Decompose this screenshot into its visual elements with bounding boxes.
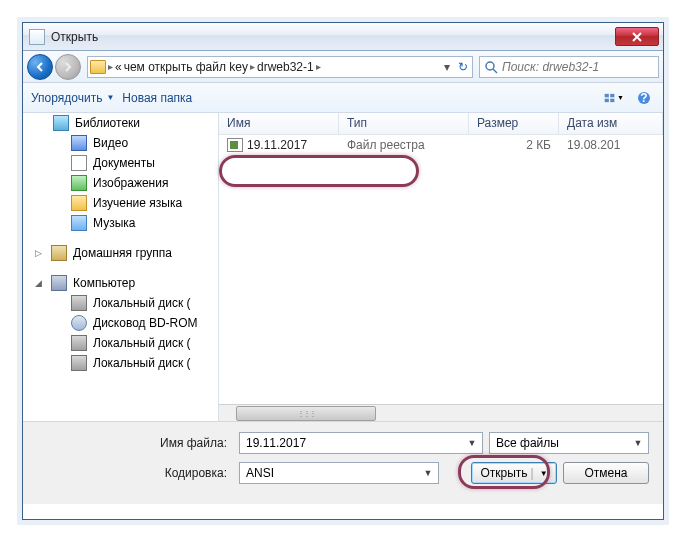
open-button[interactable]: Открыть | ▼ <box>471 462 557 484</box>
chevron-down-icon: ▼ <box>420 468 436 478</box>
sidebar: Библиотеки Видео Документы Изображения И… <box>23 113 219 421</box>
arrow-right-icon <box>62 61 74 73</box>
svg-rect-2 <box>610 93 614 96</box>
view-options-button[interactable]: ▼ <box>603 88 625 108</box>
refresh-icon[interactable]: ↻ <box>456 60 470 74</box>
filter-combo[interactable]: Все файлы ▼ <box>489 432 649 454</box>
chevron-right-icon: ▸ <box>250 61 255 72</box>
filename-value: 19.11.2017 <box>246 436 464 450</box>
list-header: Имя Тип Размер Дата изм <box>219 113 663 135</box>
new-folder-button[interactable]: Новая папка <box>122 91 192 105</box>
toolbar: Упорядочить ▼ Новая папка ▼ ? <box>23 83 663 113</box>
sidebar-item-documents[interactable]: Документы <box>23 153 218 173</box>
window-title: Открыть <box>51 30 615 44</box>
bottom-panel: Имя файла: 19.11.2017 ▼ Все файлы ▼ Коди… <box>23 421 663 504</box>
encoding-combo[interactable]: ANSI ▼ <box>239 462 439 484</box>
sidebar-item-homegroup[interactable]: ▷Домашняя группа <box>23 243 218 263</box>
chevron-right-icon: ▸ <box>108 61 113 72</box>
col-size[interactable]: Размер <box>469 113 559 134</box>
document-icon <box>71 155 87 171</box>
sidebar-item-drive-1[interactable]: Дисковод BD-ROM <box>23 313 218 333</box>
homegroup-icon <box>51 245 67 261</box>
sidebar-item-drive-3[interactable]: Локальный диск ( <box>23 353 218 373</box>
nav-forward-button[interactable] <box>55 54 81 80</box>
folder-icon <box>71 195 87 211</box>
collapse-icon: ◢ <box>35 278 45 288</box>
sidebar-item-drive-2[interactable]: Локальный диск ( <box>23 333 218 353</box>
folder-icon <box>90 60 106 74</box>
scrollbar-thumb[interactable] <box>236 406 376 421</box>
view-icon <box>604 91 615 105</box>
reg-file-icon <box>227 138 243 152</box>
chevron-down-icon: ▼ <box>540 469 548 478</box>
file-list: Имя Тип Размер Дата изм 19.11.2017 Файл … <box>219 113 663 421</box>
file-size: 2 КБ <box>469 138 559 152</box>
breadcrumb-dropdown[interactable]: ▾ <box>440 60 454 74</box>
svg-text:?: ? <box>640 91 647 105</box>
organize-menu[interactable]: Упорядочить ▼ <box>31 91 114 105</box>
sidebar-item-video[interactable]: Видео <box>23 133 218 153</box>
breadcrumb[interactable]: ▸ « чем открыть файл key ▸ drweb32-1 ▸ ▾… <box>87 56 473 78</box>
file-type: Файл реестра <box>339 138 469 152</box>
search-input[interactable] <box>502 60 654 74</box>
video-icon <box>71 135 87 151</box>
bd-rom-icon <box>71 315 87 331</box>
breadcrumb-prefix: « <box>115 60 122 74</box>
sidebar-item-libraries[interactable]: Библиотеки <box>23 113 218 133</box>
titlebar: Открыть <box>23 23 663 51</box>
encoding-label: Кодировка: <box>37 466 233 480</box>
file-name: 19.11.2017 <box>247 138 307 152</box>
arrow-left-icon <box>34 61 46 73</box>
library-icon <box>53 115 69 131</box>
expand-icon: ▷ <box>35 248 45 258</box>
sidebar-item-music[interactable]: Музыка <box>23 213 218 233</box>
sidebar-item-computer[interactable]: ◢Компьютер <box>23 273 218 293</box>
search-icon <box>484 60 498 74</box>
help-button[interactable]: ? <box>633 88 655 108</box>
breadcrumb-seg2[interactable]: drweb32-1 <box>257 60 314 74</box>
window-icon <box>29 29 45 45</box>
chevron-down-icon: ▼ <box>617 94 624 101</box>
filename-combo[interactable]: 19.11.2017 ▼ <box>239 432 483 454</box>
encoding-value: ANSI <box>246 466 420 480</box>
chevron-right-icon: ▸ <box>316 61 321 72</box>
disk-icon <box>71 355 87 371</box>
breadcrumb-seg1[interactable]: чем открыть файл key <box>124 60 248 74</box>
music-icon <box>71 215 87 231</box>
col-date[interactable]: Дата изм <box>559 113 663 134</box>
svg-point-0 <box>486 62 494 70</box>
sidebar-item-drive-0[interactable]: Локальный диск ( <box>23 293 218 313</box>
nav-back-button[interactable] <box>27 54 53 80</box>
navbar: ▸ « чем открыть файл key ▸ drweb32-1 ▸ ▾… <box>23 51 663 83</box>
sidebar-item-images[interactable]: Изображения <box>23 173 218 193</box>
list-item[interactable]: 19.11.2017 Файл реестра 2 КБ 19.08.201 <box>219 135 663 155</box>
cancel-button[interactable]: Отмена <box>563 462 649 484</box>
horizontal-scrollbar[interactable] <box>219 404 663 421</box>
image-icon <box>71 175 87 191</box>
col-name[interactable]: Имя <box>219 113 339 134</box>
disk-icon <box>71 295 87 311</box>
help-icon: ? <box>637 91 651 105</box>
filter-value: Все файлы <box>496 436 630 450</box>
filename-label: Имя файла: <box>37 436 233 450</box>
split-divider: | <box>531 466 534 480</box>
close-icon <box>632 32 642 42</box>
search-box[interactable] <box>479 56 659 78</box>
svg-rect-1 <box>605 93 609 96</box>
computer-icon <box>51 275 67 291</box>
svg-rect-4 <box>610 98 614 101</box>
disk-icon <box>71 335 87 351</box>
close-button[interactable] <box>615 27 659 46</box>
chevron-down-icon: ▼ <box>106 93 114 102</box>
chevron-down-icon: ▼ <box>630 438 646 448</box>
svg-rect-3 <box>605 98 609 101</box>
col-type[interactable]: Тип <box>339 113 469 134</box>
sidebar-item-lang[interactable]: Изучение языка <box>23 193 218 213</box>
chevron-down-icon: ▼ <box>464 438 480 448</box>
file-date: 19.08.201 <box>559 138 663 152</box>
